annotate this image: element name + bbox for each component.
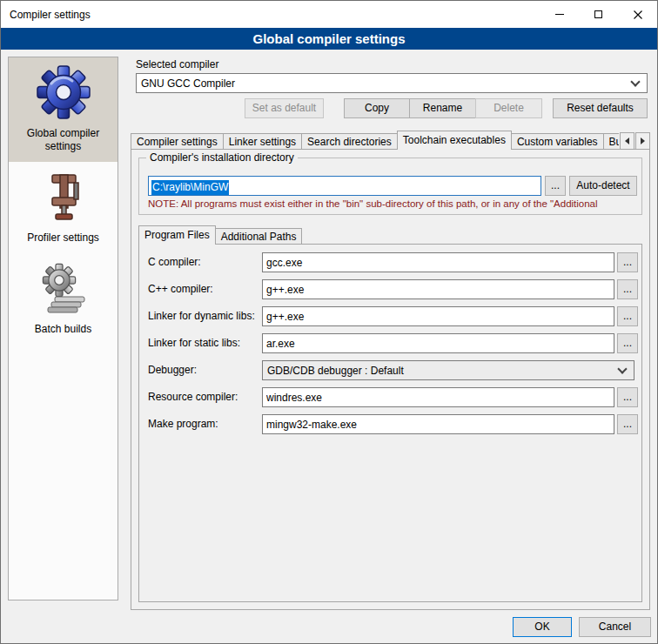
- sidebar-item-label: Batch builds: [35, 323, 91, 336]
- minimize-icon: [555, 14, 564, 15]
- tab-linker-settings[interactable]: Linker settings: [223, 133, 302, 150]
- tab-scroll-left-button[interactable]: [620, 132, 634, 150]
- selected-compiler-label: Selected compiler: [136, 58, 218, 70]
- form-row-resource-compiler: Resource compiler: ...: [139, 387, 641, 407]
- program-files-panel: C compiler: ... C++ compiler: ... Linker…: [138, 244, 642, 602]
- subtab-bar: Program Files Additional Paths: [138, 225, 642, 245]
- compiler-settings-window: Compiler settings Global compiler settin…: [0, 0, 658, 644]
- titlebar: Compiler settings: [1, 1, 657, 28]
- form-row-debugger: Debugger: GDB/CDB debugger : Default: [139, 360, 641, 380]
- debugger-select[interactable]: GDB/CDB debugger : Default: [262, 360, 634, 380]
- minimize-button[interactable]: [540, 1, 579, 28]
- maximize-icon: [594, 10, 602, 18]
- compiler-select[interactable]: GNU GCC Compiler: [136, 73, 648, 93]
- tab-scroll-right-button[interactable]: [635, 132, 650, 150]
- install-dir-value: C:\raylib\MinGW: [151, 180, 229, 195]
- cpp-compiler-label: C++ compiler:: [148, 279, 213, 299]
- maximize-button[interactable]: [579, 1, 618, 28]
- dynamic-linker-input[interactable]: [262, 306, 614, 326]
- form-row-make-program: Make program: ...: [139, 414, 641, 434]
- reset-defaults-button[interactable]: Reset defaults: [553, 98, 648, 118]
- subtab-additional-paths[interactable]: Additional Paths: [215, 228, 303, 245]
- ok-button[interactable]: OK: [513, 617, 572, 637]
- subtab-program-files[interactable]: Program Files: [138, 225, 216, 245]
- banner-title: Global compiler settings: [252, 31, 405, 46]
- delete-button[interactable]: Delete: [475, 98, 542, 118]
- rename-button[interactable]: Rename: [409, 98, 476, 118]
- c-compiler-browse-button[interactable]: ...: [617, 252, 638, 272]
- cpp-compiler-browse-button[interactable]: ...: [617, 279, 638, 299]
- compiler-select-value: GNU GCC Compiler: [137, 77, 632, 90]
- tab-custom-variables[interactable]: Custom variables: [511, 133, 604, 150]
- sidebar-item-batch-builds[interactable]: Batch builds: [9, 253, 118, 345]
- sidebar-item-profiler-settings[interactable]: Profiler settings: [9, 162, 118, 253]
- sidebar-item-global-compiler-settings[interactable]: Global compiler settings: [9, 57, 118, 162]
- arrow-right-icon: [641, 138, 645, 144]
- tabs-strip: Compiler settings Linker settings Search…: [131, 131, 619, 150]
- static-linker-browse-button[interactable]: ...: [617, 333, 638, 353]
- tab-compiler-settings[interactable]: Compiler settings: [131, 133, 224, 150]
- static-linker-label: Linker for static libs:: [148, 333, 240, 353]
- chevron-down-icon: [630, 77, 640, 86]
- profiler-clamp-icon: [36, 169, 91, 225]
- sidebar-item-label: Profiler settings: [27, 231, 99, 245]
- static-linker-input[interactable]: [262, 333, 614, 353]
- tab-build-options[interactable]: Build options: [603, 133, 619, 150]
- browse-dir-button[interactable]: ...: [545, 176, 566, 196]
- window-title: Compiler settings: [1, 9, 540, 21]
- make-program-label: Make program:: [148, 414, 218, 434]
- make-program-input[interactable]: [262, 414, 614, 434]
- debugger-label: Debugger:: [148, 360, 197, 380]
- form-row-static-linker: Linker for static libs: ...: [139, 333, 641, 353]
- sidebar-item-label: Global compiler settings: [10, 127, 116, 153]
- cpp-compiler-input[interactable]: [262, 279, 614, 299]
- sidebar: Global compiler settings Profiler settin…: [8, 57, 118, 600]
- resource-compiler-label: Resource compiler:: [148, 387, 238, 407]
- cancel-button[interactable]: Cancel: [579, 617, 651, 637]
- install-dir-group: Compiler's installation directory C:\ray…: [138, 158, 642, 215]
- toolchain-panel: Compiler's installation directory C:\ray…: [131, 149, 650, 610]
- tab-bar: Compiler settings Linker settings Search…: [131, 131, 650, 150]
- form-row-c-compiler: C compiler: ...: [139, 252, 641, 272]
- tab-search-directories[interactable]: Search directories: [301, 133, 398, 150]
- install-dir-group-label: Compiler's installation directory: [146, 151, 298, 164]
- arrow-left-icon: [625, 138, 629, 144]
- c-compiler-input[interactable]: [262, 252, 614, 272]
- auto-detect-button[interactable]: Auto-detect: [569, 176, 637, 196]
- chevron-down-icon: [617, 364, 627, 373]
- dynamic-linker-label: Linker for dynamic libs:: [148, 306, 255, 326]
- make-program-browse-button[interactable]: ...: [617, 414, 638, 434]
- form-row-dynamic-linker: Linker for dynamic libs: ...: [139, 306, 641, 326]
- tab-toolchain-executables[interactable]: Toolchain executables: [397, 131, 512, 150]
- form-row-cpp-compiler: C++ compiler: ...: [139, 279, 641, 299]
- set-as-default-button[interactable]: Set as default: [245, 98, 324, 118]
- debugger-select-value: GDB/CDB debugger : Default: [263, 365, 619, 377]
- dialog-banner: Global compiler settings: [1, 28, 657, 50]
- close-icon: [634, 10, 642, 19]
- resource-compiler-input[interactable]: [262, 387, 614, 407]
- c-compiler-label: C compiler:: [148, 252, 201, 272]
- install-dir-input[interactable]: C:\raylib\MinGW: [148, 176, 541, 196]
- gear-blue-icon: [36, 64, 91, 120]
- batch-builds-gear-icon: [36, 260, 91, 316]
- close-button[interactable]: [618, 1, 657, 28]
- dynamic-linker-browse-button[interactable]: ...: [617, 306, 638, 326]
- copy-button[interactable]: Copy: [344, 98, 410, 118]
- resource-compiler-browse-button[interactable]: ...: [617, 387, 638, 407]
- note-text: NOTE: All programs must exist either in …: [148, 198, 640, 209]
